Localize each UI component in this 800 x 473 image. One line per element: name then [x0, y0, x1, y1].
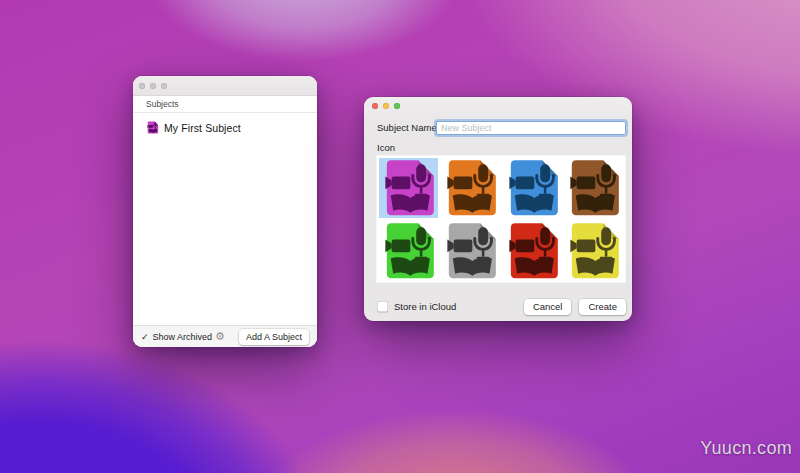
- subjects-list: My First Subject: [133, 113, 317, 325]
- new-subject-dialog: Subject Name: Icon: [364, 97, 632, 321]
- gear-icon[interactable]: ⚙: [215, 331, 225, 342]
- subject-document-icon: [503, 158, 562, 218]
- subject-document-icon: [564, 221, 623, 281]
- subject-document-icon: [503, 221, 562, 281]
- store-in-icloud-checkbox[interactable]: [377, 301, 388, 312]
- cancel-button[interactable]: Cancel: [524, 299, 572, 315]
- subjects-list-header: Subjects: [133, 96, 317, 113]
- close-button[interactable]: [372, 103, 378, 109]
- icon-section-label: Icon: [377, 142, 395, 153]
- zoom-button[interactable]: [394, 103, 400, 109]
- checkmark-icon[interactable]: ✓: [141, 332, 149, 342]
- subject-document-icon: [146, 121, 159, 134]
- minimize-button[interactable]: [150, 83, 156, 89]
- subjects-window: Subjects My First Subject ✓ Show Archive…: [133, 76, 317, 347]
- subject-document-icon: [379, 221, 438, 281]
- subject-document-icon: [564, 158, 623, 218]
- subject-list-icon: [146, 121, 159, 134]
- subject-list-item[interactable]: My First Subject: [133, 113, 317, 134]
- icon-tile-blue[interactable]: [503, 158, 562, 218]
- watermark: Yuucn.com: [700, 438, 792, 459]
- traffic-lights: [372, 103, 400, 109]
- subjects-header-label: Subjects: [146, 99, 179, 109]
- icon-tile-orange[interactable]: [441, 158, 500, 218]
- icon-grid: [376, 155, 626, 283]
- subjects-titlebar[interactable]: [133, 76, 317, 96]
- minimize-button[interactable]: [383, 103, 389, 109]
- store-in-icloud-label: Store in iCloud: [394, 301, 456, 312]
- traffic-lights: [139, 83, 167, 89]
- icon-tile-red[interactable]: [503, 221, 562, 281]
- icon-tile-green[interactable]: [379, 221, 438, 281]
- show-archived-label[interactable]: Show Archived: [153, 332, 213, 342]
- subject-item-label: My First Subject: [164, 122, 241, 134]
- subject-name-label: Subject Name:: [377, 122, 439, 133]
- close-button[interactable]: [139, 83, 145, 89]
- subject-document-icon: [379, 158, 438, 218]
- subject-document-icon: [441, 158, 500, 218]
- subject-name-input[interactable]: [436, 121, 626, 135]
- dialog-footer: Store in iCloud Cancel Create: [377, 298, 626, 315]
- desktop-wallpaper: Subjects My First Subject ✓ Show Archive…: [0, 0, 800, 473]
- icon-tile-brown[interactable]: [564, 158, 623, 218]
- subject-document-icon: [441, 221, 500, 281]
- icon-tile-yellow[interactable]: [564, 221, 623, 281]
- subjects-footer: ✓ Show Archived ⚙ Add A Subject: [133, 325, 317, 347]
- icon-tile-gray[interactable]: [441, 221, 500, 281]
- add-subject-button[interactable]: Add A Subject: [239, 329, 309, 345]
- create-button[interactable]: Create: [579, 299, 626, 315]
- icon-tile-magenta[interactable]: [379, 158, 438, 218]
- zoom-button[interactable]: [161, 83, 167, 89]
